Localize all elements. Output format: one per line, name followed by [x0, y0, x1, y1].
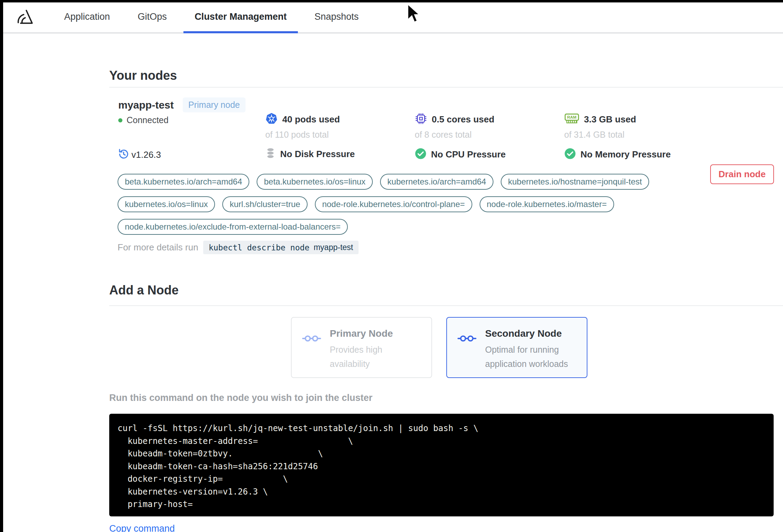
condition-disk-label: No Disk Pressure [280, 149, 355, 160]
tab-application[interactable]: Application [53, 2, 121, 33]
add-node-title: Add a Node [109, 283, 179, 298]
stat-cores: 0.5 cores used of 8 cores total [415, 112, 494, 140]
node-label-pill: node.kubernetes.io/exclude-from-external… [118, 219, 348, 235]
node-link-icon [302, 334, 321, 377]
cores-used: 0.5 cores used [432, 114, 494, 125]
join-command-terminal: curl -fsSL https://kurl.sh/jq-new-test-u… [109, 414, 774, 516]
secondary-node-option-desc: Optimal for running application workload… [485, 343, 576, 371]
tab-cluster-management[interactable]: Cluster Management [183, 2, 298, 33]
node-label-pill: kubernetes.io/os=linux [118, 196, 215, 212]
replicated-logo-icon [16, 8, 34, 28]
node-label-pill: kubernetes.io/hostname=jonquil-test [501, 174, 649, 190]
stat-memory: RAM 3.3 GB used of 31.4 GB total [564, 112, 636, 140]
secondary-node-option-title: Secondary Node [485, 328, 576, 339]
nav-tabs: Application GitOps Cluster Management Sn… [50, 2, 372, 33]
condition-memory-label: No Memory Pressure [580, 149, 671, 160]
copy-command-link[interactable]: Copy command [109, 523, 175, 532]
version-icon [117, 148, 130, 162]
node-name: myapp-test [118, 99, 174, 111]
primary-node-option-text: Primary Node Provides high availability [330, 328, 421, 377]
memory-used: 3.3 GB used [584, 114, 636, 125]
memory-total: of 31.4 GB total [564, 130, 636, 140]
disk-icon [265, 148, 276, 160]
app-logo [16, 2, 34, 33]
cpu-icon [415, 112, 427, 126]
top-nav: Application GitOps Cluster Management Sn… [3, 2, 783, 33]
details-command-node: myapp-test [313, 243, 353, 252]
secondary-node-option-text: Secondary Node Optimal for running appli… [485, 328, 576, 377]
drain-node-button[interactable]: Drain node [710, 164, 774, 184]
node-label-pill: node-role.kubernetes.io/control-plane= [315, 196, 472, 212]
your-nodes-divider [109, 87, 783, 87]
node-header: myapp-test Primary node [118, 97, 246, 112]
details-command-chip: kubectl describe node myapp-test [203, 241, 359, 254]
node-link-icon [457, 334, 477, 377]
node-details: For more details run kubectl describe no… [118, 241, 359, 254]
primary-node-badge: Primary node [183, 97, 246, 112]
status-dot-icon [118, 118, 122, 122]
node-label-pill: kubernetes.io/arch=amd64 [380, 174, 493, 190]
node-status: Connected [118, 115, 169, 125]
window-edge-top [0, 0, 783, 2]
tab-snapshots[interactable]: Snapshots [303, 2, 370, 33]
pods-used: 40 pods used [282, 114, 340, 125]
stat-pods: 40 pods used of 110 pods total [265, 112, 340, 140]
secondary-node-option[interactable]: Secondary Node Optimal for running appli… [446, 317, 587, 378]
condition-memory: No Memory Pressure [564, 148, 671, 161]
ram-icon: RAM [564, 112, 579, 126]
tab-gitops[interactable]: GitOps [127, 2, 178, 33]
window-edge-left [0, 0, 3, 532]
cluster-management-page: Application GitOps Cluster Management Sn… [0, 0, 783, 532]
primary-node-option-desc: Provides high availability [330, 343, 421, 371]
check-circle-icon [415, 148, 427, 161]
node-label-pill: beta.kubernetes.io/os=linux [257, 174, 373, 190]
kubernetes-icon [265, 112, 278, 126]
details-prefix: For more details run [118, 242, 198, 253]
condition-disk: No Disk Pressure [265, 148, 355, 160]
svg-text:RAM: RAM [567, 115, 577, 120]
condition-cpu-label: No CPU Pressure [431, 149, 506, 160]
primary-node-option[interactable]: Primary Node Provides high availability [291, 317, 432, 378]
join-instruction: Run this command on the node you wish to… [109, 393, 372, 403]
mouse-cursor-icon [405, 3, 420, 25]
join-command-text: curl -fsSL https://kurl.sh/jq-new-test-u… [118, 422, 764, 511]
status-label: Connected [127, 115, 169, 125]
cores-total: of 8 cores total [415, 130, 494, 140]
version-label: v1.26.3 [131, 149, 161, 160]
node-label-pill: beta.kubernetes.io/arch=amd64 [118, 174, 249, 190]
node-labels: beta.kubernetes.io/arch=amd64 beta.kuber… [118, 174, 679, 235]
pods-total: of 110 pods total [265, 130, 340, 140]
add-node-divider [109, 306, 783, 306]
condition-cpu: No CPU Pressure [415, 148, 506, 161]
details-command-code: kubectl describe node [209, 243, 310, 252]
primary-node-option-title: Primary Node [330, 328, 421, 339]
node-label-pill: node-role.kubernetes.io/master= [480, 196, 614, 212]
node-label-pill: kurl.sh/cluster=true [222, 196, 307, 212]
node-version: v1.26.3 [117, 148, 161, 162]
your-nodes-title: Your nodes [109, 68, 177, 83]
check-circle-icon [564, 148, 576, 161]
